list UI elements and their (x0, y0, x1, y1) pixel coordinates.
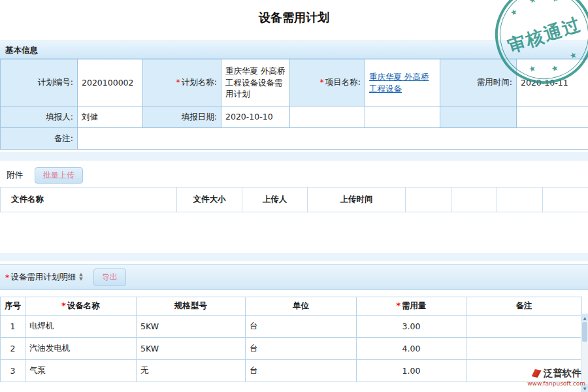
filler-label: 填报人: (1, 106, 78, 128)
file-size-header: 文件大小 (177, 188, 242, 212)
details-section-bar: * 设备需用计划明细 ▲▼ 导出 (0, 264, 588, 290)
unit-cell: 台 (246, 316, 357, 338)
project-name-link[interactable]: 重庆华夏 外高桥工程设备 (369, 72, 429, 93)
upload-time-header: 上传时间 (308, 188, 406, 212)
empty-header (543, 188, 588, 212)
spec-header: 规格型号 (137, 297, 246, 316)
remark-header: 备注 (466, 297, 582, 316)
page-title: 设备需用计划 (0, 0, 588, 25)
plan-name-label: *计划名称: (143, 59, 221, 106)
attachments-section-title: 附件 (7, 170, 23, 181)
empty-cell (365, 106, 440, 128)
remark-value (78, 128, 588, 150)
filler-value: 刘健 (78, 106, 143, 128)
details-header-row: 序号 *设备名称 规格型号 单位 *需用量 备注 (1, 297, 582, 316)
spec-cell: 5KW (137, 316, 246, 338)
plan-no-label: 计划编号: (1, 59, 78, 106)
plan-no-value: 2020100002 (78, 59, 143, 106)
fill-date-value: 2020-10-10 (221, 106, 290, 128)
attachments-empty-area (0, 212, 588, 250)
fill-date-label: 填报日期: (143, 106, 221, 128)
attachments-header: 附件 批量上传 (0, 163, 588, 187)
name-cell: 汽油发电机 (25, 338, 137, 360)
plan-name-value: 重庆华夏 外高桥工程设备设备需用计划 (221, 59, 290, 106)
brand-logo: 泛普软件 www.fanpusoft.com (527, 367, 585, 387)
empty-cell (290, 106, 365, 128)
empty-header (406, 188, 451, 212)
attachments-header-row: 文件名称 文件大小 上传人 上传时间 (1, 188, 588, 212)
fanpu-logo-icon (532, 369, 542, 378)
required-marker: * (176, 77, 180, 87)
name-cell: 气泵 (25, 360, 137, 382)
name-cell: 电焊机 (25, 316, 137, 338)
spec-cell: 5KW (137, 338, 246, 360)
title-block: 设备需用计划 (0, 0, 588, 41)
details-table-wrap: 序号 *设备名称 规格型号 单位 *需用量 备注 1 电焊机 5KW 台 3.0… (0, 290, 588, 382)
section-gap (0, 253, 588, 261)
brand-name: 泛普软件 (544, 367, 581, 380)
scrollbar-thumb[interactable] (582, 322, 587, 342)
table-row: 1 电焊机 5KW 台 3.00 (1, 316, 582, 338)
remark-cell (466, 338, 582, 360)
qty-cell: 1.00 (357, 360, 466, 382)
form-row-3: 备注: (1, 128, 588, 150)
export-button[interactable]: 导出 (93, 269, 126, 286)
batch-upload-button[interactable]: 批量上传 (35, 167, 83, 184)
required-marker: * (320, 77, 324, 87)
seq-cell: 2 (1, 338, 25, 360)
seq-cell: 1 (1, 316, 25, 338)
equipment-name-header: *设备名称 (25, 297, 137, 316)
basic-info-form: 计划编号: 2020100002 *计划名称: 重庆华夏 外高桥工程设备设备需用… (0, 59, 588, 150)
qty-cell: 3.00 (357, 316, 466, 338)
sort-icon[interactable]: ▲▼ (79, 272, 82, 281)
unit-cell: 台 (246, 338, 357, 360)
seq-cell: 3 (1, 360, 25, 382)
empty-header (451, 188, 497, 212)
uploader-header: 上传人 (242, 188, 308, 212)
seq-header: 序号 (1, 297, 25, 316)
remark-label: 备注: (1, 128, 78, 150)
attachments-table: 文件名称 文件大小 上传人 上传时间 (0, 187, 588, 212)
empty-cell (517, 106, 588, 128)
unit-cell: 台 (246, 360, 357, 382)
file-name-header: 文件名称 (1, 188, 177, 212)
scroll-up-button[interactable]: ▲ (581, 314, 588, 321)
table-row: 2 汽油发电机 5KW 台 4.00 (1, 338, 582, 360)
project-name-cell: 重庆华夏 外高桥工程设备 (365, 59, 440, 106)
remark-cell (466, 316, 582, 338)
need-time-label: 需用时间: (440, 59, 517, 106)
table-row: 3 气泵 无 台 1.00 (1, 360, 582, 382)
qty-cell: 4.00 (357, 338, 466, 360)
brand-url: www.fanpusoft.com (527, 380, 585, 387)
form-row-2: 填报人: 刘健 填报日期: 2020-10-10 (1, 106, 588, 128)
form-row-1: 计划编号: 2020100002 *计划名称: 重庆华夏 外高桥工程设备设备需用… (1, 59, 588, 106)
required-marker: * (5, 272, 9, 282)
project-name-label: *项目名称: (290, 59, 365, 106)
qty-header: *需用量 (357, 297, 466, 316)
need-time-value: 2020-10-11 (517, 59, 588, 106)
basic-info-section-title: 基本信息 (5, 45, 38, 55)
details-section-title: 设备需用计划明细 (10, 272, 76, 283)
empty-header (497, 188, 543, 212)
equipment-plan-page: 设备需用计划 审核通过 ★ ★ ★ ★ ★ ★ 基本信息 计划编号: 20201… (0, 0, 588, 392)
unit-header: 单位 (246, 297, 357, 316)
section-gap (0, 152, 588, 161)
spec-cell: 无 (137, 360, 246, 382)
details-table: 序号 *设备名称 规格型号 单位 *需用量 备注 1 电焊机 5KW 台 3.0… (0, 297, 582, 382)
required-marker: * (61, 301, 66, 310)
basic-info-section-bar: 基本信息 (0, 41, 588, 59)
required-marker: * (396, 301, 400, 310)
empty-label-cell (440, 106, 517, 128)
